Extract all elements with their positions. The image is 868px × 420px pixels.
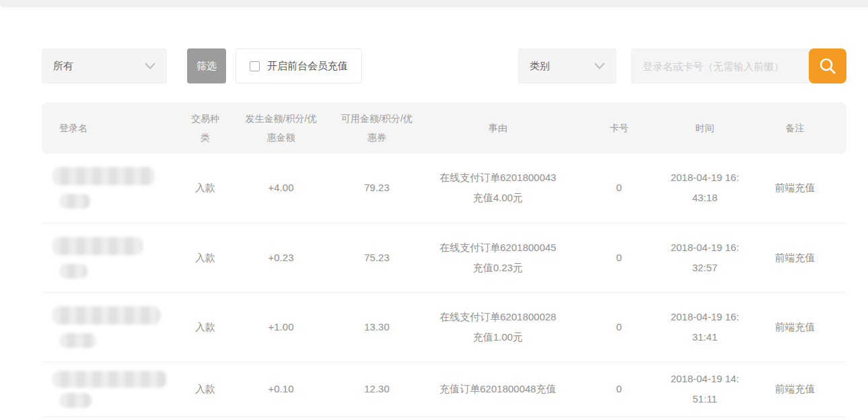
top-panel-edge bbox=[0, 0, 868, 7]
table-row: 入款 +0.10 12.30 充值订单6201800048充值 0 2018-0… bbox=[42, 361, 846, 417]
table-row: 入款 +1.00 13.30 在线支付订单6201800028充值1.00元 0… bbox=[42, 292, 846, 361]
category-select-value: 类别 bbox=[530, 60, 550, 73]
header-transaction-type: 交易种类 bbox=[178, 102, 232, 153]
redacted-username bbox=[42, 153, 178, 223]
header-available-amount: 可用金额/积分/优惠券 bbox=[330, 102, 424, 153]
toolbar-right-group: 类别 bbox=[518, 48, 846, 83]
table-row: 入款 +0.23 75.23 在线支付订单6201800045充值0.23元 0… bbox=[42, 223, 846, 292]
cell-transaction-type: 入款 bbox=[178, 153, 232, 223]
cell-reason: 在线支付订单6201800043充值4.00元 bbox=[424, 153, 572, 223]
chevron-down-icon bbox=[145, 63, 155, 69]
redacted-username bbox=[42, 223, 178, 292]
cell-transaction-type: 入款 bbox=[178, 223, 232, 292]
header-login-name: 登录名 bbox=[42, 102, 178, 153]
cell-available-amount: 12.30 bbox=[330, 361, 424, 417]
search-input[interactable] bbox=[631, 48, 813, 83]
cell-amount-change: +0.10 bbox=[232, 361, 330, 417]
cell-transaction-type: 入款 bbox=[178, 361, 232, 417]
redacted-username bbox=[42, 292, 178, 361]
cell-card-number: 0 bbox=[572, 361, 666, 417]
cell-note: 前端充值 bbox=[744, 361, 846, 417]
cell-time: 2018-04-19 16:31:41 bbox=[666, 292, 744, 361]
cell-available-amount: 13.30 bbox=[330, 292, 424, 361]
front-desk-recharge-checkbox[interactable]: 开启前台会员充值 bbox=[236, 48, 362, 83]
cell-amount-change: +1.00 bbox=[232, 292, 330, 361]
chevron-down-icon bbox=[594, 63, 605, 69]
cell-amount-change: +4.00 bbox=[232, 153, 330, 223]
redacted-username bbox=[42, 361, 178, 417]
cell-available-amount: 75.23 bbox=[330, 223, 424, 292]
search-group bbox=[631, 48, 846, 83]
cell-time: 2018-04-19 14:51:11 bbox=[666, 361, 744, 417]
table-header: 登录名 交易种类 发生金额/积分/优惠金额 可用金额/积分/优惠券 事由 卡号 … bbox=[42, 102, 846, 153]
search-icon bbox=[818, 57, 837, 75]
cell-note: 前端充值 bbox=[744, 153, 846, 223]
header-amount-change: 发生金额/积分/优惠金额 bbox=[232, 102, 330, 153]
cell-reason: 在线支付订单6201800045充值0.23元 bbox=[424, 223, 572, 292]
cell-card-number: 0 bbox=[572, 292, 666, 361]
category-select[interactable]: 类别 bbox=[518, 48, 616, 83]
checkbox-icon[interactable] bbox=[250, 61, 260, 71]
cell-amount-change: +0.23 bbox=[232, 223, 330, 292]
filter-button[interactable]: 筛选 bbox=[187, 48, 226, 83]
recharge-records-table: 登录名 交易种类 发生金额/积分/优惠金额 可用金额/积分/优惠券 事由 卡号 … bbox=[42, 102, 846, 417]
search-button[interactable] bbox=[809, 48, 846, 83]
cell-card-number: 0 bbox=[572, 153, 666, 223]
type-select[interactable]: 所有 bbox=[42, 48, 167, 83]
header-card-number: 卡号 bbox=[572, 102, 666, 153]
checkbox-label: 开启前台会员充值 bbox=[267, 60, 348, 73]
cell-reason: 在线支付订单6201800028充值1.00元 bbox=[424, 292, 572, 361]
cell-time: 2018-04-19 16:43:18 bbox=[666, 153, 744, 223]
toolbar: 所有 筛选 开启前台会员充值 类别 bbox=[42, 48, 846, 83]
cell-note: 前端充值 bbox=[744, 292, 846, 361]
header-time: 时间 bbox=[666, 102, 744, 153]
cell-time: 2018-04-19 16:32:57 bbox=[666, 223, 744, 292]
cell-transaction-type: 入款 bbox=[178, 292, 232, 361]
header-reason: 事由 bbox=[424, 102, 572, 153]
cell-note: 前端充值 bbox=[744, 223, 846, 292]
table-row: 入款 +4.00 79.23 在线支付订单6201800043充值4.00元 0… bbox=[42, 153, 846, 223]
cell-card-number: 0 bbox=[572, 223, 666, 292]
header-note: 备注 bbox=[744, 102, 846, 153]
type-select-value: 所有 bbox=[53, 60, 73, 73]
cell-available-amount: 79.23 bbox=[330, 153, 424, 223]
cell-reason: 充值订单6201800048充值 bbox=[424, 361, 572, 417]
